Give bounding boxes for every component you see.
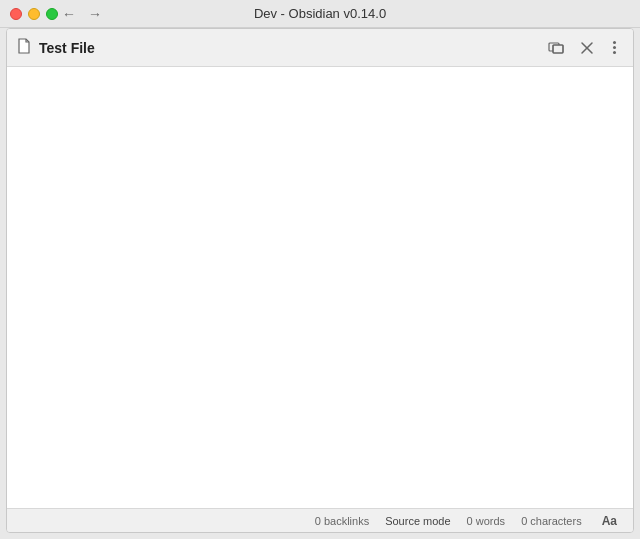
- window-title: Dev - Obsidian v0.14.0: [254, 6, 386, 21]
- close-button[interactable]: [10, 8, 22, 20]
- close-pane-button[interactable]: [576, 37, 598, 59]
- status-bar: 0 backlinks Source mode 0 words 0 charac…: [7, 508, 633, 532]
- toolbar: Test File: [7, 29, 633, 67]
- font-settings-button[interactable]: Aa: [598, 510, 621, 532]
- main-window: Test File: [6, 28, 634, 533]
- minimize-button[interactable]: [28, 8, 40, 20]
- svg-rect-1: [553, 45, 563, 53]
- file-title: Test File: [39, 40, 95, 56]
- open-linked-files-button[interactable]: [544, 36, 568, 60]
- title-bar: ← → Dev - Obsidian v0.14.0: [0, 0, 640, 28]
- character-count: 0 characters: [521, 515, 582, 527]
- traffic-lights: [10, 8, 58, 20]
- source-mode-indicator[interactable]: Source mode: [385, 515, 450, 527]
- toolbar-right: [544, 33, 623, 62]
- dots-icon: [610, 37, 619, 58]
- maximize-button[interactable]: [46, 8, 58, 20]
- forward-button[interactable]: →: [84, 4, 106, 24]
- toolbar-left: Test File: [17, 38, 95, 57]
- back-button[interactable]: ←: [58, 4, 80, 24]
- backlinks-count: 0 backlinks: [315, 515, 369, 527]
- nav-buttons: ← →: [58, 4, 106, 24]
- word-count: 0 words: [467, 515, 506, 527]
- more-options-button[interactable]: [606, 33, 623, 62]
- editor-area[interactable]: [7, 67, 633, 508]
- document-icon: [17, 38, 31, 57]
